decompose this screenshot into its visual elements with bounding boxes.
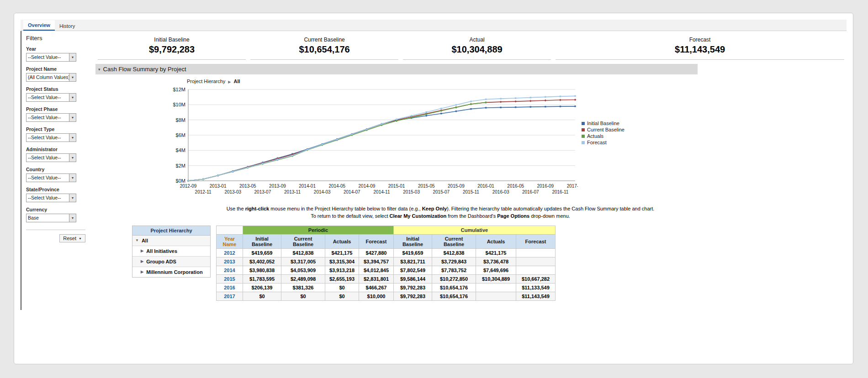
expand-node-icon[interactable]: ▶ <box>141 259 143 263</box>
svg-text:2015-11: 2015-11 <box>463 189 479 194</box>
corner-cell <box>217 226 243 234</box>
table-cell: $10,667,282 <box>516 274 556 283</box>
hierarchy-node-label: All <box>142 238 148 243</box>
filters-panel: Filters Year--Select Value--▼Project Nam… <box>21 31 95 310</box>
kpi-value: $9,792,283 <box>98 44 246 55</box>
filter-label-state-province: State/Province <box>26 187 91 192</box>
collapse-section-icon[interactable]: ▾ <box>98 67 101 72</box>
svg-text:2015-01: 2015-01 <box>388 184 405 189</box>
table-cell: $10,304,889 <box>476 274 516 283</box>
year-link-2016[interactable]: 2016 <box>217 283 243 292</box>
filter-select-country[interactable]: --Select Value--▼ <box>26 173 76 182</box>
kpi-actual: Actual$10,304,889 <box>403 35 551 60</box>
filter-select-administrator[interactable]: --Select Value--▼ <box>26 153 76 162</box>
svg-text:2012-11: 2012-11 <box>195 189 212 194</box>
kpi-value: $11,143,549 <box>556 44 844 55</box>
table-cell: $3,821,711 <box>394 257 432 266</box>
project-hierarchy-table: Project Hierarchy ▼All▶All Initiatives▶G… <box>132 226 211 278</box>
column-header-year-name: Year Name <box>217 234 243 248</box>
filter-select-year[interactable]: --Select Value--▼ <box>26 53 76 62</box>
table-cell <box>516 266 556 274</box>
hierarchy-row-all-initiatives[interactable]: ▶All Initiatives <box>132 246 210 257</box>
svg-text:$0M: $0M <box>176 178 185 184</box>
dashboard-tabbar: Overview History <box>21 20 847 31</box>
hierarchy-node-label: Groupo ADS <box>146 259 176 264</box>
section-title: Cash Flow Summary by Project <box>103 66 186 73</box>
note-text: right-click <box>245 206 270 211</box>
year-link-2012[interactable]: 2012 <box>217 248 243 257</box>
breadcrumb-value[interactable]: All <box>234 79 240 84</box>
table-cell: $9,792,283 <box>394 292 432 300</box>
filter-select-project-status[interactable]: --Select Value--▼ <box>26 93 76 102</box>
svg-text:$4M: $4M <box>176 147 185 153</box>
table-cell: $3,317,005 <box>281 257 325 266</box>
kpi-label: Current Baseline <box>250 37 398 43</box>
kpi-value: $10,304,889 <box>403 44 551 55</box>
table-cell: $11,133,549 <box>516 283 556 292</box>
table-cell: $4,012,845 <box>359 266 394 274</box>
hierarchy-node-label: All Initiatives <box>146 248 177 254</box>
legend-label: Actuals <box>587 133 603 139</box>
legend-swatch <box>582 141 585 144</box>
svg-text:$8M: $8M <box>176 117 185 123</box>
breadcrumb-arrow-icon: ▶ <box>228 80 231 84</box>
filter-select-currency[interactable]: Base▼ <box>26 214 76 222</box>
svg-text:2014-03: 2014-03 <box>314 189 331 194</box>
year-link-2015[interactable]: 2015 <box>217 274 243 283</box>
filter-select-value: Base <box>26 214 69 222</box>
svg-text:2016-09: 2016-09 <box>537 184 554 189</box>
year-link-2017[interactable]: 2017 <box>217 292 243 300</box>
table-cell: $0 <box>325 292 359 300</box>
table-cell: $0 <box>243 292 281 300</box>
chart-legend: Initial BaselineCurrent BaselineActualsF… <box>582 121 625 146</box>
reset-button[interactable]: Reset ▼ <box>59 234 85 242</box>
filter-select-state-province[interactable]: --Select Value--▼ <box>26 194 76 202</box>
table-row-2016: 2016$206,139$381,326$0$466,267$9,792,283… <box>217 283 556 292</box>
tab-overview[interactable]: Overview <box>23 20 55 31</box>
year-link-2014[interactable]: 2014 <box>217 266 243 274</box>
svg-text:2016-03: 2016-03 <box>492 189 509 194</box>
table-cell: $2,489,098 <box>281 274 325 283</box>
table-cell: $3,394,757 <box>359 257 394 266</box>
table-cell: $419,659 <box>394 248 432 257</box>
collapse-node-icon[interactable]: ▼ <box>135 238 139 242</box>
legend-item-actuals: Actuals <box>582 133 625 139</box>
table-row-2015: 2015$1,783,595$2,489,098$2,655,193$2,831… <box>217 274 556 283</box>
hierarchy-row-all[interactable]: ▼All <box>132 236 210 246</box>
expand-node-icon[interactable]: ▶ <box>141 249 143 253</box>
hierarchy-row-millennium-corporation[interactable]: ▶Millennium Corporation <box>132 267 210 277</box>
column-header-current-baseline: Current Baseline <box>281 234 325 248</box>
column-header-current-baseline-cumulative: Current Baseline <box>432 234 476 248</box>
column-header-initial-baseline-cumulative: Initial Baseline <box>394 234 432 248</box>
table-cell: $412,838 <box>281 248 325 257</box>
tab-history[interactable]: History <box>55 21 79 31</box>
svg-text:2016-07: 2016-07 <box>522 189 539 194</box>
kpi-strip: Initial Baseline$9,792,283Current Baseli… <box>95 33 847 60</box>
breadcrumb-label[interactable]: Project Hierarchy <box>187 79 225 84</box>
svg-text:$12M: $12M <box>173 87 185 92</box>
chevron-down-icon: ▼ <box>69 194 76 202</box>
filter-select-project-type[interactable]: --Select Value--▼ <box>26 133 76 142</box>
filter-select-project-phase[interactable]: --Select Value--▼ <box>26 113 76 122</box>
year-link-2013[interactable]: 2013 <box>217 257 243 266</box>
filter-select-value: --Select Value-- <box>26 94 69 101</box>
svg-text:2016-05: 2016-05 <box>507 184 524 189</box>
filter-label-project-phase: Project Phase <box>26 106 91 112</box>
expand-node-icon[interactable]: ▶ <box>141 270 143 274</box>
filter-label-year: Year <box>26 46 91 52</box>
note-line: Use the right-click mouse menu in the Pr… <box>185 205 696 213</box>
hierarchy-row-groupo-ads[interactable]: ▶Groupo ADS <box>132 257 210 267</box>
table-cell: $7,783,752 <box>432 266 476 274</box>
svg-text:2014-09: 2014-09 <box>359 184 376 189</box>
table-cell: $1,783,595 <box>243 274 281 283</box>
filter-select-project-name[interactable]: (All Column Values)▼ <box>26 73 76 82</box>
filter-label-country: Country <box>26 167 91 172</box>
legend-swatch <box>582 135 585 138</box>
note-text: Clear My Customization <box>390 213 447 219</box>
svg-text:2013-05: 2013-05 <box>239 184 256 189</box>
chart-area: $0M$2M$4M$6M$8M$10M$12M2012-092012-11201… <box>164 85 847 200</box>
filter-select-value: --Select Value-- <box>26 154 69 162</box>
note-text: ). Filtering the hierarchy table automat… <box>447 206 654 211</box>
table-cell: $7,649,696 <box>476 266 516 274</box>
table-cell <box>516 257 556 266</box>
